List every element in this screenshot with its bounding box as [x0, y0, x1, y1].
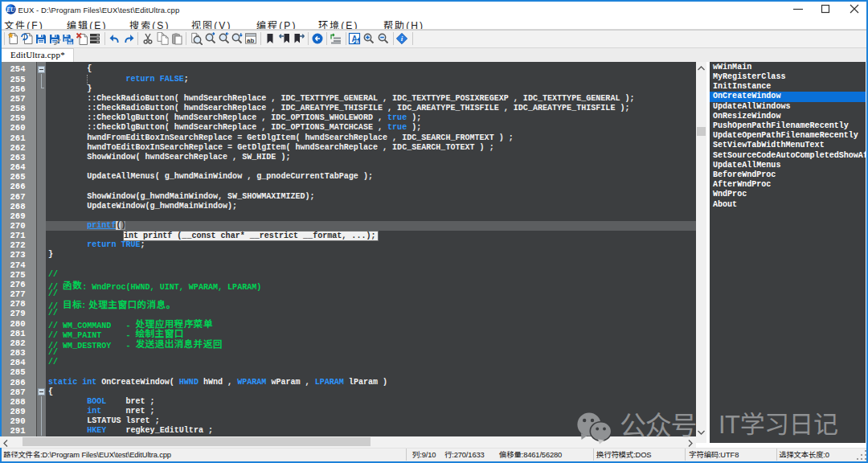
svg-text:EU: EU: [6, 6, 15, 14]
svg-text:ab: ab: [247, 36, 254, 43]
svg-text:a: a: [356, 39, 359, 44]
